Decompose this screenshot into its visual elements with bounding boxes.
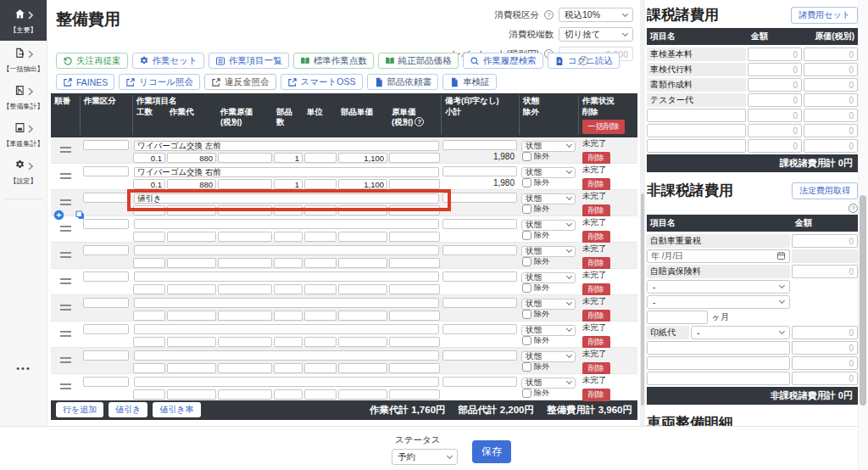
hours-input[interactable] xyxy=(133,389,165,400)
note-input[interactable] xyxy=(442,377,517,387)
drag-handle-icon[interactable] xyxy=(60,252,71,258)
drag-handle-icon[interactable] xyxy=(60,147,71,153)
labor-fee-input[interactable] xyxy=(167,311,216,321)
exclude-checkbox[interactable] xyxy=(522,231,531,240)
exclude-checkbox[interactable] xyxy=(522,204,531,214)
unit-input[interactable] xyxy=(304,311,337,321)
unit-input[interactable] xyxy=(304,153,337,163)
exclude-checkbox[interactable] xyxy=(522,283,531,293)
unit-input[interactable] xyxy=(304,363,337,373)
parts-qty-input[interactable] xyxy=(274,284,303,294)
work-category-input[interactable] xyxy=(83,350,129,361)
exclude-checkbox[interactable] xyxy=(522,389,531,398)
status-select[interactable]: 状態 xyxy=(521,378,576,389)
fee-cost-input[interactable] xyxy=(804,93,858,107)
weight-tax-amount-input[interactable] xyxy=(792,234,858,248)
page-scrollbar-thumb[interactable] xyxy=(860,195,866,406)
fee-amount-input[interactable] xyxy=(748,124,802,137)
parts-price-input[interactable] xyxy=(338,179,387,189)
hours-input[interactable] xyxy=(133,179,165,189)
hours-input[interactable] xyxy=(133,205,165,215)
status-select[interactable]: 状態 xyxy=(521,272,576,283)
fee-amount-input[interactable] xyxy=(792,372,858,385)
help-icon[interactable]: ? xyxy=(415,117,424,126)
parts-qty-input[interactable] xyxy=(274,337,303,347)
note-input[interactable] xyxy=(442,140,517,150)
cost-unit-input[interactable] xyxy=(389,153,440,163)
hours-input[interactable] xyxy=(133,284,165,294)
work-category-input[interactable] xyxy=(83,377,129,387)
cost-unit-input[interactable] xyxy=(389,284,440,294)
unit-input[interactable] xyxy=(304,232,337,242)
exclude-checkbox[interactable] xyxy=(522,336,531,345)
sidebar-item[interactable]: 【車販集計】 xyxy=(0,115,47,153)
cost-unit-input[interactable] xyxy=(389,205,440,215)
help-icon[interactable]: ? xyxy=(579,56,588,65)
labor-fee-input[interactable] xyxy=(167,258,216,268)
drag-handle-icon[interactable] xyxy=(60,383,71,389)
exclude-checkbox[interactable] xyxy=(522,178,531,187)
toolbar-button[interactable]: 失注再提案 xyxy=(56,53,128,69)
labor-cost-input[interactable] xyxy=(218,258,272,268)
sidebar-item[interactable]: 【主要】 xyxy=(0,0,47,41)
cost-unit-input[interactable] xyxy=(389,232,440,242)
toolbar-button[interactable]: FAINES xyxy=(56,74,114,90)
drag-handle-icon[interactable] xyxy=(60,226,71,232)
parts-qty-input[interactable] xyxy=(274,205,303,215)
parts-price-input[interactable] xyxy=(338,389,387,400)
fee-item-name-input[interactable] xyxy=(647,372,790,385)
fee-cost-input[interactable] xyxy=(804,63,858,76)
parts-qty-input[interactable] xyxy=(274,389,303,400)
plus-circle-icon[interactable] xyxy=(53,210,64,221)
fee-item-name-input[interactable] xyxy=(647,139,746,153)
discount-button[interactable]: 値引き xyxy=(108,402,147,417)
fee-amount-input[interactable] xyxy=(792,341,858,355)
hours-input[interactable] xyxy=(133,363,165,373)
note-input[interactable] xyxy=(442,219,517,229)
labor-cost-input[interactable] xyxy=(218,389,272,400)
fee-cost-input[interactable] xyxy=(804,48,858,61)
labor-cost-input[interactable] xyxy=(218,337,272,347)
save-button[interactable]: 保存 xyxy=(472,440,511,463)
labor-fee-input[interactable] xyxy=(167,337,216,347)
cost-unit-input[interactable] xyxy=(389,337,440,347)
parts-price-input[interactable] xyxy=(338,205,387,215)
labor-cost-input[interactable] xyxy=(218,153,272,163)
drag-handle-icon[interactable] xyxy=(60,199,71,205)
insurance-months-input[interactable] xyxy=(647,311,708,324)
fee-set-button[interactable]: 諸費用セット xyxy=(791,7,858,24)
labor-fee-input[interactable] xyxy=(167,232,216,242)
status-select[interactable]: 状態 xyxy=(521,193,576,204)
fee-cost-input[interactable] xyxy=(804,139,858,153)
tax-rounding-select[interactable]: 切り捨て xyxy=(559,27,633,42)
toolbar-button[interactable]: 標準作業点数 xyxy=(293,53,374,69)
unit-input[interactable] xyxy=(304,258,337,268)
labor-cost-input[interactable] xyxy=(218,363,272,373)
unit-input[interactable] xyxy=(304,179,337,189)
legal-fee-fetch-button[interactable]: 法定費用取得 xyxy=(792,182,858,199)
fee-amount-input[interactable] xyxy=(748,93,802,107)
toolbar-button[interactable]: 車検証 xyxy=(442,74,497,90)
fee-item-name-input[interactable] xyxy=(647,124,746,137)
fee-cost-input[interactable] xyxy=(804,78,858,92)
labor-fee-input[interactable] xyxy=(167,284,216,294)
cost-unit-input[interactable] xyxy=(389,363,440,373)
fee-item-name-input[interactable] xyxy=(647,341,790,355)
hours-input[interactable] xyxy=(133,311,165,321)
cost-unit-input[interactable] xyxy=(389,179,440,189)
unit-input[interactable] xyxy=(304,284,337,294)
note-input[interactable] xyxy=(442,298,517,308)
status-select[interactable]: 状態 xyxy=(521,299,576,310)
toolbar-button[interactable]: スマートOSS xyxy=(281,74,363,90)
drag-handle-icon[interactable] xyxy=(60,331,71,337)
drag-handle-icon[interactable] xyxy=(60,278,71,284)
hours-input[interactable] xyxy=(133,258,165,268)
toolbar-button[interactable]: リコール照会 xyxy=(119,74,200,90)
note-input[interactable] xyxy=(442,271,517,282)
status-select[interactable]: 状態 xyxy=(521,167,576,178)
main-scrollbar-thumb[interactable] xyxy=(641,193,644,406)
work-category-input[interactable] xyxy=(83,324,129,334)
weight-tax-date-input[interactable]: 年 /月/日 xyxy=(647,249,790,263)
toolbar-button[interactable]: 部品依頼書 xyxy=(367,74,439,90)
status-select[interactable]: 状態 xyxy=(521,220,576,231)
